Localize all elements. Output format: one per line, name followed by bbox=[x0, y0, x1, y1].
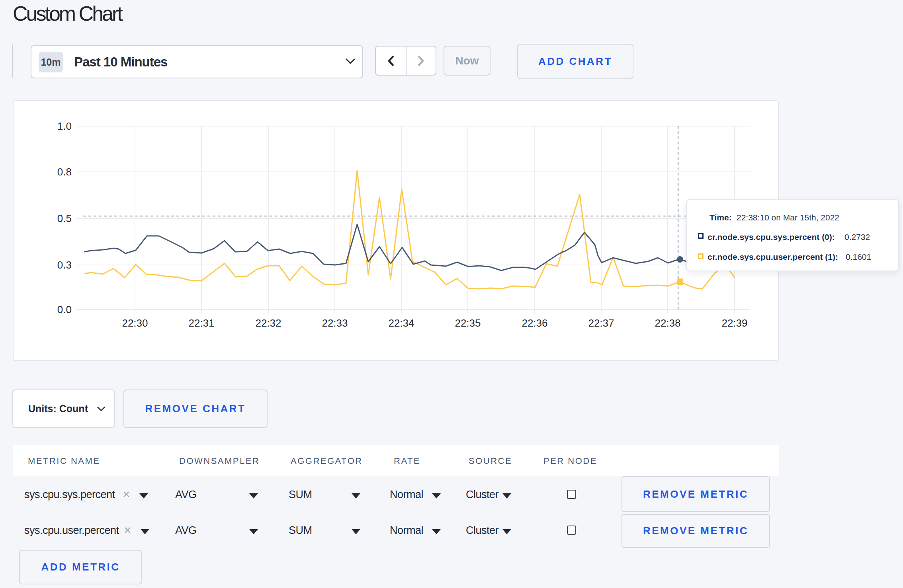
svg-text:1.0: 1.0 bbox=[57, 120, 72, 132]
svg-text:0.3: 0.3 bbox=[57, 259, 72, 271]
svg-text:0.8: 0.8 bbox=[57, 166, 72, 178]
svg-text:22:30: 22:30 bbox=[122, 317, 148, 329]
svg-text:22:31: 22:31 bbox=[188, 317, 214, 329]
svg-text:22:33: 22:33 bbox=[322, 317, 348, 329]
svg-text:22:35: 22:35 bbox=[455, 317, 481, 329]
svg-text:22:39: 22:39 bbox=[721, 317, 747, 329]
svg-text:22:37: 22:37 bbox=[588, 317, 614, 329]
svg-text:22:36: 22:36 bbox=[522, 317, 547, 329]
svg-text:0.5: 0.5 bbox=[57, 212, 72, 224]
svg-text:0.0: 0.0 bbox=[57, 304, 72, 315]
svg-text:22:32: 22:32 bbox=[255, 317, 281, 329]
svg-text:22:38: 22:38 bbox=[655, 317, 680, 329]
svg-text:22:34: 22:34 bbox=[388, 317, 414, 329]
